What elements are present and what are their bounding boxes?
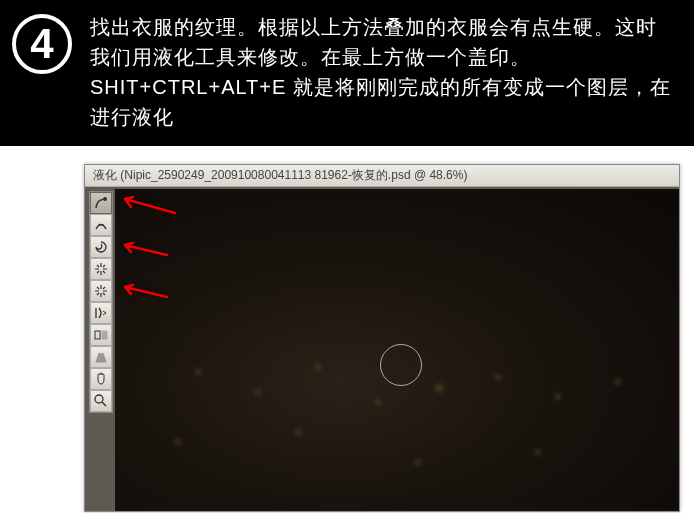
push-left-tool[interactable] bbox=[90, 302, 112, 324]
bloat-icon bbox=[93, 283, 109, 299]
svg-point-3 bbox=[95, 395, 103, 403]
zoom-tool[interactable] bbox=[90, 390, 112, 412]
image-preview bbox=[115, 189, 679, 511]
reconstruct-icon bbox=[93, 217, 109, 233]
hand-icon bbox=[93, 371, 109, 387]
workspace-area: 液化 (Nipic_2590249_200910080041113 81962-… bbox=[0, 146, 694, 512]
twirl-tool[interactable] bbox=[90, 236, 112, 258]
mirror-icon bbox=[93, 327, 109, 343]
instruction-text: 找出衣服的纹理。根据以上方法叠加的衣服会有点生硬。这时我们用液化工具来修改。在最… bbox=[90, 12, 674, 132]
hand-tool[interactable] bbox=[90, 368, 112, 390]
freeze-icon bbox=[93, 349, 109, 365]
bloat-tool[interactable] bbox=[90, 280, 112, 302]
svg-point-0 bbox=[103, 197, 107, 201]
step-number: 4 bbox=[30, 20, 53, 68]
pucker-tool[interactable] bbox=[90, 258, 112, 280]
svg-rect-1 bbox=[95, 331, 100, 339]
window-title: 液化 (Nipic_2590249_200910080041113 81962-… bbox=[93, 167, 467, 184]
warp-icon bbox=[93, 195, 109, 211]
instruction-header: 4 找出衣服的纹理。根据以上方法叠加的衣服会有点生硬。这时我们用液化工具来修改。… bbox=[0, 0, 694, 146]
mirror-tool[interactable] bbox=[90, 324, 112, 346]
step-number-badge: 4 bbox=[12, 14, 72, 74]
reconstruct-tool[interactable] bbox=[90, 214, 112, 236]
push-icon bbox=[93, 305, 109, 321]
pucker-icon bbox=[93, 261, 109, 277]
freeze-mask-tool[interactable] bbox=[90, 346, 112, 368]
forward-warp-tool[interactable] bbox=[90, 192, 112, 214]
twirl-icon bbox=[93, 239, 109, 255]
zoom-icon bbox=[93, 393, 109, 409]
liquify-dialog: 液化 (Nipic_2590249_200910080041113 81962-… bbox=[84, 164, 680, 512]
window-title-bar: 液化 (Nipic_2590249_200910080041113 81962-… bbox=[85, 165, 679, 187]
liquify-toolbar bbox=[89, 191, 113, 413]
liquify-canvas[interactable] bbox=[115, 189, 679, 511]
svg-rect-2 bbox=[102, 331, 107, 339]
